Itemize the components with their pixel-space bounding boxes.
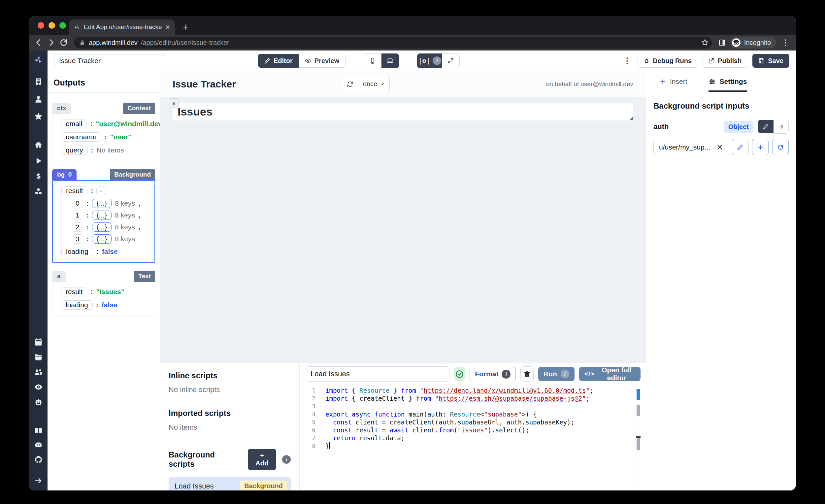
add-resource-button[interactable]: [752, 139, 768, 155]
docs-icon[interactable]: [34, 426, 43, 435]
script-name-input[interactable]: [305, 366, 449, 381]
open-full-editor-button[interactable]: </> Open full editor: [579, 367, 641, 381]
close-window-button[interactable]: [38, 22, 44, 29]
output-object-pill[interactable]: {...}: [92, 234, 112, 243]
output-key-pill[interactable]: query: [61, 146, 88, 155]
discord-icon[interactable]: [34, 441, 43, 449]
output-key-pill[interactable]: result: [61, 287, 87, 296]
code-editor[interactable]: 1import { Resource } from "https://deno.…: [300, 385, 646, 491]
output-row[interactable]: query:No items: [53, 144, 153, 157]
code-line[interactable]: 3: [302, 402, 636, 410]
audit-logs-icon[interactable]: [34, 382, 43, 391]
workspace-icon[interactable]: [34, 77, 43, 86]
windmill-logo[interactable]: [34, 56, 43, 64]
save-button[interactable]: Save: [752, 54, 790, 68]
text-component[interactable]: a Issues: [172, 103, 633, 121]
variables-icon[interactable]: $: [34, 172, 43, 181]
output-object-pill[interactable]: {...}: [92, 211, 112, 220]
output-key-pill[interactable]: username: [61, 132, 101, 142]
output-row[interactable]: email:"user@windmill.dev": [53, 117, 153, 130]
schedules-icon[interactable]: [34, 337, 43, 346]
add-background-script-button[interactable]: + Add: [248, 449, 276, 470]
output-object-pill[interactable]: {...}: [92, 199, 112, 208]
output-block-id[interactable]: ctx: [52, 103, 71, 114]
output-block-id[interactable]: bg_0: [52, 169, 77, 180]
edit-resource-button[interactable]: [732, 139, 748, 155]
github-icon[interactable]: [34, 455, 43, 464]
static-input-mode-button[interactable]: [758, 120, 773, 133]
editor-mode-button[interactable]: Editor: [258, 54, 299, 68]
forward-icon[interactable]: [47, 38, 56, 47]
refresh-button[interactable]: [342, 77, 358, 91]
back-icon[interactable]: [34, 38, 43, 47]
output-key-pill[interactable]: 3: [72, 234, 83, 243]
output-key-pill[interactable]: 0: [72, 199, 83, 208]
runs-icon[interactable]: [34, 156, 43, 165]
collapse-sidebar-icon[interactable]: [34, 476, 43, 485]
output-key-pill[interactable]: loading: [61, 247, 93, 256]
output-row[interactable]: 2:{...}8 keys,: [53, 221, 153, 233]
side-panel-icon[interactable]: [718, 39, 726, 47]
output-key-pill[interactable]: email: [61, 119, 87, 128]
debug-runs-button[interactable]: Debug Runs: [638, 54, 697, 68]
output-block-id[interactable]: a: [52, 271, 66, 282]
code-line[interactable]: 5 const client = createClient(auth.supab…: [302, 418, 636, 426]
hide-schema-panel-button[interactable]: |o| i: [417, 54, 442, 68]
preview-mode-button[interactable]: Preview: [299, 54, 346, 68]
new-tab-button[interactable]: +: [183, 22, 189, 32]
reload-icon[interactable]: [59, 38, 68, 47]
code-line[interactable]: 7 return result.data;: [302, 434, 636, 442]
app-name-input[interactable]: [54, 54, 165, 67]
user-icon[interactable]: [34, 95, 43, 103]
workers-icon[interactable]: [34, 398, 43, 406]
script-list-item[interactable]: Load Issues Background: [169, 477, 291, 491]
code-line[interactable]: 1import { Resource } from "https://deno.…: [302, 386, 636, 394]
output-row[interactable]: loading:false: [53, 298, 153, 311]
mobile-view-button[interactable]: [364, 54, 381, 68]
component-handle[interactable]: a: [169, 98, 178, 108]
output-key-pill[interactable]: loading: [61, 300, 93, 309]
output-row[interactable]: 3:{...}8 keys: [53, 233, 153, 245]
tab-insert[interactable]: Insert: [659, 71, 687, 92]
resource-input[interactable]: u/user/my_sup...: [653, 139, 728, 155]
output-key-pill[interactable]: 2: [72, 222, 83, 232]
minimize-window-button[interactable]: [49, 22, 55, 29]
code-line[interactable]: 6 const result = await client.from("issu…: [302, 426, 636, 434]
groups-icon[interactable]: [34, 368, 43, 377]
run-button[interactable]: Run i: [538, 367, 575, 381]
output-value-pill[interactable]: -: [96, 186, 106, 195]
output-row[interactable]: 0:{...}8 keys,: [53, 197, 153, 209]
publish-button[interactable]: Publish: [702, 54, 747, 68]
zoom-window-button[interactable]: [59, 22, 66, 29]
output-key-pill[interactable]: 1: [72, 211, 83, 220]
app-canvas[interactable]: a Issues: [160, 97, 646, 363]
refresh-resource-button[interactable]: [772, 139, 789, 155]
home-icon[interactable]: [34, 140, 43, 149]
output-row[interactable]: loading:false: [53, 245, 153, 258]
output-row[interactable]: result:"Issues": [53, 285, 153, 298]
output-row[interactable]: 1:{...}8 keys,: [53, 209, 153, 221]
clear-icon[interactable]: [716, 144, 723, 151]
code-line[interactable]: 4export async function main(auth: Resour…: [302, 410, 636, 418]
format-button[interactable]: Format i: [470, 367, 516, 381]
code-line[interactable]: 8}: [302, 442, 636, 450]
browser-tab[interactable]: Edit App u/user/issue-tracker | ✕: [69, 19, 175, 34]
refresh-mode-dropdown[interactable]: once: [358, 77, 390, 91]
browser-menu-icon[interactable]: ⋮: [780, 39, 791, 47]
favorites-icon[interactable]: [34, 112, 43, 121]
app-overflow-menu-icon[interactable]: ⋮: [622, 57, 632, 65]
output-row[interactable]: result:-: [53, 184, 153, 197]
desktop-view-button[interactable]: [381, 54, 399, 68]
address-bar[interactable]: app.windmill.dev/apps/edit/u/user/issue-…: [74, 37, 712, 49]
output-key-pill[interactable]: result: [61, 186, 87, 195]
output-row[interactable]: username:"user": [53, 130, 153, 144]
connect-input-mode-button[interactable]: [773, 120, 789, 134]
code-line[interactable]: 2import { createClient } from "https://e…: [302, 394, 636, 402]
bookmark-star-icon[interactable]: [701, 39, 709, 47]
close-tab-icon[interactable]: ✕: [165, 23, 170, 31]
fullscreen-button[interactable]: [442, 54, 460, 68]
resize-handle[interactable]: [629, 117, 633, 120]
output-object-pill[interactable]: {...}: [92, 222, 112, 232]
delete-script-button[interactable]: [520, 366, 534, 381]
folders-icon[interactable]: [34, 353, 43, 362]
